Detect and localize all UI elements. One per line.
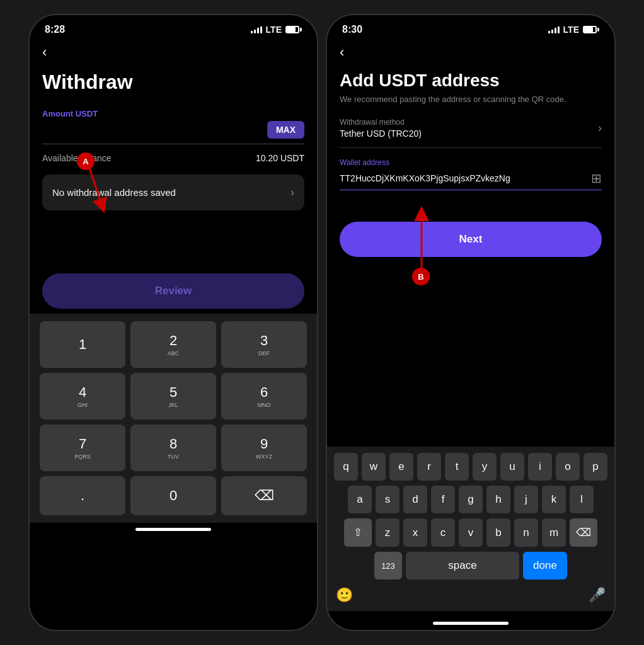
- amount-row: MAX: [42, 121, 304, 144]
- keyboard-row-2: a s d f g h j k l: [331, 486, 611, 513]
- key-q[interactable]: q: [334, 453, 358, 481]
- time-2: 8:30: [342, 24, 362, 35]
- mic-icon[interactable]: 🎤: [589, 587, 606, 603]
- key-w[interactable]: w: [362, 453, 386, 481]
- keyboard-row-3: ⇧ z x c v b n m ⌫: [331, 518, 611, 547]
- status-right-2: LTE: [548, 25, 599, 35]
- keyboard-bottom-row: 🙂 🎤: [331, 585, 611, 608]
- key-z[interactable]: z: [376, 518, 400, 547]
- space-key[interactable]: space: [406, 552, 519, 579]
- withdrawal-method-section[interactable]: Withdrawal method Tether USD (TRC20) ›: [340, 118, 602, 148]
- key-m[interactable]: m: [542, 518, 566, 547]
- chevron-right-2: ›: [598, 122, 602, 135]
- key-8[interactable]: 8TUV: [130, 425, 216, 471]
- keyboard: q w e r t y u i o p a s d f g h j k l: [327, 447, 614, 611]
- bar2: [254, 30, 256, 33]
- screen1-content: ‹ Withdraw Amount USDT MAX Available bal…: [30, 39, 317, 309]
- home-indicator-2: [433, 622, 509, 625]
- key-c[interactable]: c: [431, 518, 455, 547]
- wallet-input-row: ⊞: [340, 171, 602, 190]
- amount-label: Amount USDT: [42, 109, 304, 118]
- key-g[interactable]: g: [459, 486, 483, 513]
- key-l[interactable]: l: [570, 486, 594, 513]
- shift-key[interactable]: ⇧: [344, 518, 372, 547]
- status-bar-2: 8:30 LTE: [327, 15, 614, 39]
- signal-bars-2: [548, 26, 560, 33]
- key-i[interactable]: i: [528, 453, 552, 481]
- wallet-address-label: Wallet address: [340, 158, 602, 167]
- max-button[interactable]: MAX: [267, 121, 304, 139]
- qr-icon[interactable]: ⊞: [591, 171, 602, 186]
- key-n[interactable]: n: [514, 518, 538, 547]
- key-9[interactable]: 9WXYZ: [221, 425, 307, 471]
- key-v[interactable]: v: [459, 518, 483, 547]
- key-2[interactable]: 2ABC: [130, 321, 216, 368]
- keyboard-row-4: 123 space done: [331, 552, 611, 579]
- key-s[interactable]: s: [376, 486, 400, 513]
- key-t[interactable]: t: [445, 453, 469, 481]
- screen2-content: ‹ Add USDT address We recommend pasting …: [327, 39, 614, 257]
- done-key[interactable]: done: [523, 552, 567, 579]
- review-button[interactable]: Review: [42, 273, 304, 309]
- key-r[interactable]: r: [417, 453, 441, 481]
- battery-1: [285, 26, 302, 33]
- key-o[interactable]: o: [556, 453, 580, 481]
- key-k[interactable]: k: [542, 486, 566, 513]
- key-1[interactable]: 1: [40, 321, 125, 368]
- back-button-1[interactable]: ‹: [42, 39, 47, 66]
- key-a[interactable]: a: [348, 486, 372, 513]
- method-info: Withdrawal method Tether USD (TRC20): [340, 118, 422, 139]
- lte-2: LTE: [563, 25, 579, 35]
- key-b[interactable]: b: [486, 518, 510, 547]
- phone-screen-2: 8:30 LTE ‹ Add USDT address We recommend…: [326, 14, 616, 631]
- key-dot[interactable]: .: [40, 476, 125, 515]
- numpad: 1 2ABC 3DEF 4GHI 5JKL 6MNO 7PQRS 8TUV 9W…: [30, 314, 317, 523]
- method-label: Withdrawal method: [340, 118, 422, 127]
- key-e[interactable]: e: [389, 453, 413, 481]
- battery-2: [583, 26, 599, 33]
- signal-bars-1: [251, 26, 262, 33]
- key-7[interactable]: 7PQRS: [40, 425, 125, 471]
- key-6[interactable]: 6MNO: [221, 373, 307, 420]
- add-address-subtitle: We recommend pasting the address or scan…: [340, 94, 602, 104]
- key-3[interactable]: 3DEF: [221, 321, 307, 368]
- emoji-icon[interactable]: 🙂: [336, 587, 353, 603]
- back-button-2[interactable]: ‹: [340, 39, 344, 66]
- no-address-text: No withdrawal address saved: [52, 187, 176, 198]
- method-value: Tether USD (TRC20): [340, 128, 422, 139]
- key-j[interactable]: j: [514, 486, 538, 513]
- no-address-box[interactable]: No withdrawal address saved ›: [42, 174, 304, 210]
- bar4: [260, 26, 262, 33]
- withdraw-title: Withdraw: [42, 71, 304, 94]
- balance-value: 10.20 USDT: [256, 153, 304, 163]
- status-right-1: LTE: [251, 25, 302, 35]
- status-bar-1: 8:28 LTE: [30, 15, 317, 39]
- bar3: [257, 28, 259, 33]
- add-address-title: Add USDT address: [340, 71, 602, 91]
- key-p[interactable]: p: [584, 453, 607, 481]
- key-4[interactable]: 4GHI: [40, 373, 125, 420]
- label-b: B: [412, 268, 430, 285]
- balance-label: Available balance: [42, 153, 112, 163]
- backspace-key[interactable]: ⌫: [570, 518, 597, 547]
- wallet-address-input[interactable]: [340, 173, 591, 183]
- key-5[interactable]: 5JKL: [130, 373, 216, 420]
- phone-screen-1: 8:28 LTE ‹ Withdraw Amount USDT: [28, 14, 318, 631]
- num-key[interactable]: 123: [374, 552, 402, 579]
- key-y[interactable]: y: [473, 453, 497, 481]
- chevron-right-1: ›: [290, 186, 294, 199]
- key-backspace[interactable]: ⌫: [221, 476, 307, 515]
- wallet-address-section: Wallet address ⊞: [340, 158, 602, 190]
- balance-row: Available balance 10.20 USDT: [42, 153, 304, 163]
- key-x[interactable]: x: [403, 518, 427, 547]
- lte-1: LTE: [266, 25, 282, 35]
- keyboard-row-1: q w e r t y u i o p: [331, 453, 611, 481]
- key-u[interactable]: u: [500, 453, 524, 481]
- key-0[interactable]: 0: [130, 476, 216, 515]
- home-indicator-1: [135, 528, 211, 531]
- next-button[interactable]: Next: [340, 222, 602, 257]
- amount-input[interactable]: [42, 123, 267, 137]
- key-h[interactable]: h: [486, 486, 510, 513]
- key-d[interactable]: d: [403, 486, 427, 513]
- key-f[interactable]: f: [431, 486, 455, 513]
